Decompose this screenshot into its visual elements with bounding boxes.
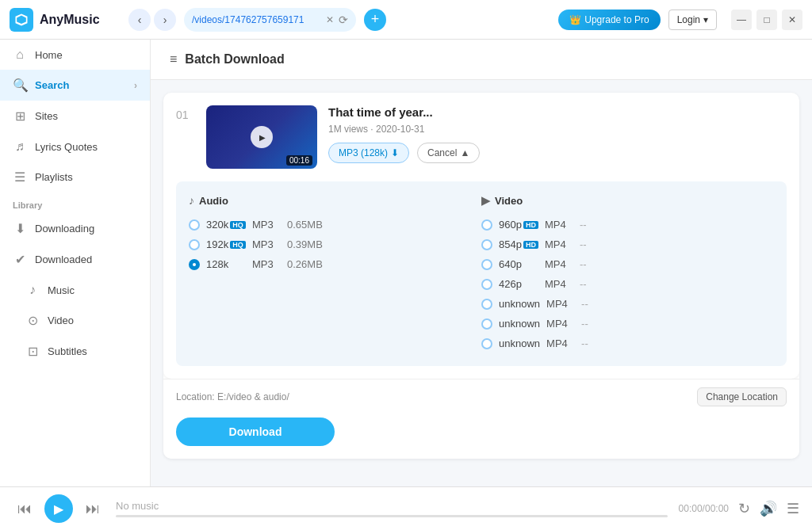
- sidebar-item-search[interactable]: 🔍 Search ›: [0, 70, 150, 101]
- content-scroll[interactable]: 01 00:16 That time of year... 1M views ·…: [151, 80, 812, 486]
- url-close-icon[interactable]: ✕: [326, 14, 334, 25]
- format-select-button[interactable]: MP3 (128k) ⬇: [328, 143, 409, 163]
- cancel-button[interactable]: Cancel ▲: [417, 143, 480, 163]
- video-radio-960p[interactable]: [481, 219, 492, 231]
- format-grid: ♪ Audio 320k HQ MP3: [176, 181, 787, 366]
- audio-format-row: 320k HQ MP3 0.65MB: [189, 215, 481, 234]
- video-section: ▶ Video 960p HD MP4: [481, 194, 774, 353]
- chevron-down-icon: ▾: [703, 14, 708, 25]
- video-icon: ⊙: [25, 313, 40, 328]
- video-format-row: 960p HD MP4 --: [481, 215, 774, 234]
- format-size-unknown-1: --: [581, 298, 588, 310]
- player-controls: ⏮ ▶ ⏭: [13, 494, 105, 523]
- progress-bar[interactable]: [116, 515, 668, 517]
- quality-320k: 320k HQ: [206, 219, 246, 231]
- video-radio-unknown-2[interactable]: [481, 318, 492, 330]
- page-header: ≡ Batch Download: [151, 40, 812, 80]
- video-radio-854p[interactable]: [481, 239, 492, 250]
- sidebar-label-lyrics: Lyrics Quotes: [35, 141, 98, 153]
- video-radio-426p[interactable]: [481, 279, 492, 290]
- video-thumbnail: 00:16: [206, 105, 317, 169]
- player-time: 00:00/00:00: [679, 503, 729, 514]
- location-text: Location: E:/video & audio/: [176, 391, 289, 402]
- add-tab-button[interactable]: +: [364, 9, 386, 31]
- audio-section: ♪ Audio 320k HQ MP3: [189, 194, 481, 353]
- format-size-192k: 0.39MB: [287, 238, 331, 250]
- sidebar-item-playlists[interactable]: ☰ Playlists: [0, 162, 150, 193]
- sidebar-item-downloading[interactable]: ⬇ Downloading: [0, 213, 150, 244]
- hd-badge-960p: HD: [523, 221, 538, 229]
- format-type-mp4-6: MP4: [546, 318, 575, 330]
- video-title: That time of year...: [328, 105, 787, 119]
- player-right-controls: 00:00/00:00 ↻ 🔊 ☰: [679, 500, 799, 517]
- sidebar-label-music: Music: [48, 284, 75, 296]
- next-button[interactable]: ⏭: [81, 497, 105, 520]
- music-icon: ♪: [25, 283, 40, 297]
- repeat-button[interactable]: ↻: [738, 500, 750, 517]
- sidebar-item-sites[interactable]: ⊞ Sites: [0, 101, 150, 132]
- sidebar-item-video[interactable]: ⊙ Video: [0, 305, 150, 336]
- sidebar-item-downloaded[interactable]: ✔ Downloaded: [0, 244, 150, 275]
- audio-radio-320k[interactable]: [189, 219, 200, 231]
- hq-badge-320k: HQ: [230, 221, 246, 229]
- forward-button[interactable]: ›: [154, 9, 176, 31]
- minimize-button[interactable]: —: [731, 10, 752, 30]
- video-meta: 1M views · 2020-10-31: [328, 124, 787, 135]
- close-button[interactable]: ✕: [782, 10, 802, 30]
- play-overlay-icon[interactable]: [251, 126, 273, 148]
- change-location-button[interactable]: Change Location: [697, 387, 787, 406]
- search-arrow-icon: ›: [134, 80, 137, 91]
- audio-section-header: ♪ Audio: [189, 194, 481, 207]
- video-radio-unknown-1[interactable]: [481, 299, 492, 310]
- video-format-row: 426p MP4 --: [481, 274, 774, 294]
- audio-icon: ♪: [189, 194, 194, 207]
- sidebar-item-home[interactable]: ⌂ Home: [0, 40, 150, 70]
- home-icon: ⌂: [13, 48, 27, 62]
- video-label: Video: [495, 195, 523, 207]
- video-format-row: 854p HD MP4 --: [481, 234, 774, 254]
- sidebar-item-subtitles[interactable]: ⊡ Subtitles: [0, 336, 150, 367]
- search-icon: 🔍: [13, 78, 27, 93]
- url-bar[interactable]: /videos/174762757659171 ✕ ⟳: [184, 8, 356, 32]
- format-size-unknown-2: --: [581, 318, 588, 330]
- hd-badge-854p: HD: [523, 241, 538, 249]
- app-name: AnyMusic: [40, 13, 100, 27]
- sidebar-label-downloading: Downloading: [35, 223, 94, 234]
- audio-radio-192k[interactable]: [189, 239, 200, 250]
- sidebar-label-sites: Sites: [35, 110, 58, 122]
- audio-label: Audio: [199, 195, 228, 207]
- window-controls: — □ ✕: [731, 10, 802, 30]
- video-radio-640p[interactable]: [481, 259, 492, 270]
- quality-960p: 960p HD: [499, 219, 538, 231]
- sidebar-item-music[interactable]: ♪ Music: [0, 275, 150, 305]
- queue-button[interactable]: ☰: [787, 500, 799, 517]
- maximize-button[interactable]: □: [756, 10, 777, 30]
- format-size-320k: 0.65MB: [287, 219, 331, 231]
- video-radio-unknown-3[interactable]: [481, 338, 492, 349]
- url-refresh-icon[interactable]: ⟳: [339, 13, 348, 26]
- player-info: No music: [116, 500, 668, 517]
- quality-128k-text: 128k: [206, 258, 228, 270]
- audio-radio-128k[interactable]: [189, 259, 200, 270]
- content-area: ≡ Batch Download 01 00:16 That ti: [151, 40, 812, 486]
- downloading-icon: ⬇: [13, 221, 27, 236]
- chevron-up-icon: ▲: [460, 147, 469, 158]
- login-button[interactable]: Login ▾: [668, 10, 717, 30]
- hq-badge-192k: HQ: [230, 241, 246, 249]
- thumb-duration: 00:16: [286, 155, 312, 166]
- format-type-mp4-2: MP4: [545, 238, 573, 250]
- play-pause-button[interactable]: ▶: [44, 494, 73, 523]
- quality-unknown-3-text: unknown: [499, 337, 540, 349]
- cancel-label: Cancel: [427, 147, 457, 158]
- format-size-128k: 0.26MB: [287, 258, 331, 270]
- quality-unknown-3: unknown: [499, 337, 540, 349]
- sidebar-item-lyrics[interactable]: ♬ Lyrics Quotes: [0, 132, 150, 162]
- prev-button[interactable]: ⏮: [13, 497, 36, 520]
- quality-192k: 192k HQ: [206, 238, 246, 250]
- volume-button[interactable]: 🔊: [760, 500, 777, 517]
- quality-320k-text: 320k: [206, 219, 228, 231]
- upgrade-button[interactable]: 👑 Upgrade to Pro: [558, 10, 660, 30]
- download-button[interactable]: Download: [176, 418, 335, 446]
- video-format-row: unknown MP4 --: [481, 294, 774, 314]
- back-button[interactable]: ‹: [128, 9, 151, 31]
